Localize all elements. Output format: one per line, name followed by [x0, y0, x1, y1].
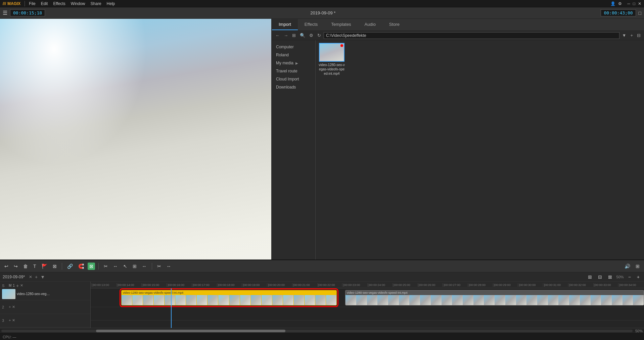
- media-item[interactable]: video-1280-seo-vegas-videofx-speed-int.m…: [318, 43, 345, 76]
- forward-btn[interactable]: →: [282, 32, 289, 39]
- minimize-btn[interactable]: ─: [627, 1, 630, 6]
- refresh-btn[interactable]: ↻: [316, 32, 322, 39]
- video-clip-selected[interactable]: video-1280-seo-vegas-videofx-speed-int.m…: [121, 290, 337, 305]
- tree-item-my-media[interactable]: My media ▶: [272, 59, 315, 67]
- menu-effects[interactable]: Effects: [53, 1, 65, 6]
- frame2: [495, 295, 505, 305]
- frame: [132, 295, 143, 305]
- tab-audio[interactable]: Audio: [358, 19, 382, 30]
- tree-item-cloud[interactable]: Cloud Import: [272, 75, 315, 83]
- redo-btn[interactable]: ↪: [12, 263, 19, 270]
- frame: [165, 295, 175, 305]
- split-btn[interactable]: ⊠: [51, 263, 58, 270]
- list-view-btn[interactable]: ⊟: [596, 273, 604, 281]
- ruler-tick: |00:00:25:00: [393, 283, 418, 287]
- track-3-close[interactable]: ✕: [12, 318, 15, 323]
- ruler-tick: |00:00:18:00: [217, 283, 242, 287]
- ruler-tick: |00:00:20:00: [267, 283, 292, 287]
- menu-window[interactable]: Window: [71, 1, 85, 6]
- frame: [272, 295, 283, 305]
- media-tabs: Import Effects Templates Audio Store: [272, 19, 644, 31]
- move-btn[interactable]: ↔: [140, 263, 148, 270]
- maximize-btn[interactable]: □: [633, 1, 635, 6]
- select-btn[interactable]: ↖: [122, 263, 129, 270]
- track-thumbnail: [2, 289, 15, 299]
- offset-btn[interactable]: ↔: [165, 263, 173, 270]
- thumb-image: [320, 44, 344, 61]
- trim-btn[interactable]: ✂: [155, 263, 163, 270]
- search-btn[interactable]: 🔍: [298, 32, 307, 39]
- hamburger-icon[interactable]: ☰: [3, 10, 7, 16]
- track-2-close[interactable]: ✕: [12, 305, 15, 309]
- link-btn[interactable]: 🔗: [65, 263, 75, 270]
- ruler-tick: |00:00:21:00: [292, 283, 317, 287]
- tree-item-downloads[interactable]: Downloads: [272, 83, 315, 91]
- view-grid-btn[interactable]: ⊞: [291, 32, 297, 39]
- cut-tool-btn[interactable]: ✂: [102, 263, 109, 270]
- view-list-btn[interactable]: ⊟: [636, 32, 642, 39]
- tree-item-computer[interactable]: Computer: [272, 43, 315, 51]
- red-dot-indicator: [340, 44, 343, 47]
- track-3-plus[interactable]: +: [9, 318, 11, 323]
- ruler-tick: |00:00:28:00: [468, 283, 493, 287]
- snap-btn[interactable]: 🧲: [77, 263, 86, 270]
- tree-item-label: Roland: [276, 53, 289, 57]
- tab-import[interactable]: Import: [272, 19, 298, 30]
- tab-templates[interactable]: Templates: [324, 19, 358, 30]
- ruler-tick: |00:00:14:00: [117, 283, 142, 287]
- menu-file[interactable]: File: [29, 1, 35, 6]
- zoom-plus-btn[interactable]: +: [635, 273, 641, 281]
- close-btn[interactable]: ✕: [638, 1, 641, 6]
- side-view-btn[interactable]: ⊠: [606, 273, 614, 281]
- ruler-tick: |00:00:16:00: [167, 283, 192, 287]
- tab-effects[interactable]: Effects: [298, 19, 325, 30]
- maximize-icon[interactable]: □: [639, 10, 641, 16]
- track-close-btn[interactable]: ✕: [20, 283, 23, 288]
- menu-share[interactable]: Share: [91, 1, 101, 6]
- undo-btn[interactable]: ↩: [3, 263, 10, 270]
- delete-btn[interactable]: 🗑: [21, 263, 30, 270]
- ruler-tick: |00:00:30:00: [518, 283, 543, 287]
- frame2: [612, 295, 623, 305]
- ruler-tick: |00:00:19:00: [242, 283, 267, 287]
- menu-help[interactable]: Help: [107, 1, 115, 6]
- zoom-minus-btn[interactable]: −: [627, 273, 633, 281]
- ruler-tick: |00:00:26:00: [418, 283, 443, 287]
- playhead[interactable]: [171, 288, 172, 328]
- path-dropdown-btn[interactable]: ▼: [621, 32, 628, 39]
- menu-edit[interactable]: Edit: [41, 1, 48, 6]
- timeline-tab-label[interactable]: 2019-09-09*: [3, 275, 25, 279]
- menu-bar: File Edit Effects Window Share Help: [29, 1, 115, 6]
- tab-store[interactable]: Store: [382, 19, 406, 30]
- tab-dropdown-btn[interactable]: ▼: [40, 274, 45, 280]
- ruler-tick: |00:00:22:00: [317, 283, 342, 287]
- timeline-scrollbar[interactable]: 50%: [0, 328, 644, 333]
- settings-btn[interactable]: ⚙: [308, 32, 315, 39]
- video-clip-right[interactable]: video-1280-seo-vegas-videofx-speed-int.m…: [345, 290, 644, 305]
- stretch-btn[interactable]: ↔: [111, 263, 120, 270]
- add-btn[interactable]: +: [629, 32, 634, 39]
- marker-btn[interactable]: 🚩: [40, 263, 49, 270]
- track-2-plus[interactable]: +: [9, 305, 11, 309]
- ruler-tick: |00:00:15:00: [141, 283, 167, 287]
- vol-expand-btn[interactable]: ⊞: [634, 263, 641, 270]
- ripple-btn[interactable]: ⊠: [88, 263, 95, 270]
- back-btn[interactable]: ←: [274, 32, 281, 39]
- track-expand-btn[interactable]: +: [16, 283, 19, 288]
- timeline-tracks[interactable]: |00:00:13:00 |00:00:14:00 |00:00:15:00 |…: [91, 282, 644, 328]
- multi-select-btn[interactable]: ⊞: [131, 263, 138, 270]
- grid-view-btn[interactable]: ⊞: [586, 273, 594, 281]
- frame: [143, 295, 153, 305]
- timeline-header: 2019-09-09* ✕ + ▼ ⊞ ⊟ ⊠ 50% − +: [0, 272, 644, 282]
- text-tool-btn[interactable]: T: [32, 263, 38, 270]
- frame2: [409, 295, 420, 305]
- tree-item-travel[interactable]: Travel route: [272, 67, 315, 75]
- scroll-thumb[interactable]: [96, 330, 285, 332]
- profile-icon[interactable]: 👤: [610, 1, 615, 6]
- settings-icon[interactable]: ⚙: [618, 1, 622, 6]
- tab-add-btn[interactable]: +: [35, 274, 38, 280]
- tree-item-roland[interactable]: Roland: [272, 51, 315, 59]
- window-controls: 👤 ⚙ ─ □ ✕: [610, 1, 641, 6]
- track-m-label[interactable]: M: [9, 284, 11, 287]
- tab-close-btn[interactable]: ✕: [29, 275, 32, 279]
